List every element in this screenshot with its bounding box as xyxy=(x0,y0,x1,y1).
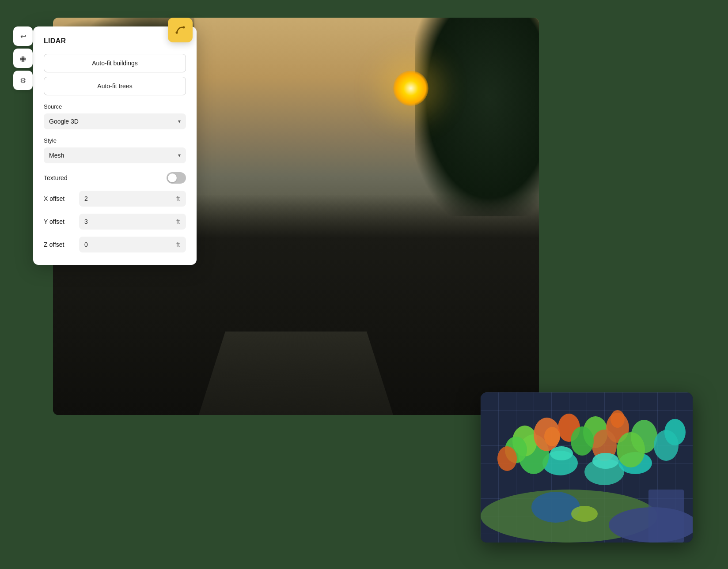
y-offset-label: Y offset xyxy=(44,218,79,225)
textured-toggle[interactable] xyxy=(167,172,186,184)
lidar-3d-panel xyxy=(481,392,693,543)
auto-fit-buildings-button[interactable]: Auto-fit buildings xyxy=(44,54,186,72)
curve-tool-button[interactable] xyxy=(168,18,193,42)
curve-icon xyxy=(174,24,186,36)
textured-row: Textured xyxy=(44,172,186,184)
style-select-wrapper: Mesh Solid Wireframe Points ▾ xyxy=(44,147,186,163)
svg-rect-2 xyxy=(648,490,684,543)
source-select[interactable]: Google 3D Custom Matterport xyxy=(44,113,186,129)
icon-toolbar: ↩ ◉ ⚙ xyxy=(13,26,33,90)
style-label: Style xyxy=(44,137,186,144)
svg-point-18 xyxy=(664,419,686,445)
settings-button[interactable]: ⚙ xyxy=(13,71,33,90)
undo-button[interactable]: ↩ xyxy=(13,26,33,46)
lidar-panel: LIDAR Auto-fit buildings Auto-fit trees … xyxy=(33,26,197,265)
svg-point-27 xyxy=(176,32,178,34)
x-offset-input-wrapper: ft xyxy=(79,191,186,207)
y-offset-input[interactable] xyxy=(79,214,173,230)
sun-glow xyxy=(393,71,428,106)
source-label: Source xyxy=(44,103,186,110)
svg-point-26 xyxy=(183,26,185,29)
lidar-3d-scene xyxy=(481,392,693,543)
source-select-wrapper: Google 3D Custom Matterport ▾ xyxy=(44,113,186,129)
z-offset-input[interactable] xyxy=(79,237,173,252)
svg-point-11 xyxy=(497,446,517,471)
svg-point-4 xyxy=(571,506,598,522)
y-offset-unit: ft xyxy=(173,214,186,230)
z-offset-input-wrapper: ft xyxy=(79,237,186,252)
lidar-visualization xyxy=(481,392,693,543)
svg-point-24 xyxy=(592,453,619,469)
radio-button[interactable]: ◉ xyxy=(13,49,33,68)
scene-road-surface xyxy=(199,332,393,415)
svg-point-19 xyxy=(617,432,645,467)
z-offset-unit: ft xyxy=(173,237,186,252)
y-offset-row: Y offset ft xyxy=(44,214,186,230)
x-offset-row: X offset ft xyxy=(44,191,186,207)
x-offset-input[interactable] xyxy=(79,191,173,207)
textured-label: Textured xyxy=(44,174,68,181)
auto-fit-trees-button[interactable]: Auto-fit trees xyxy=(44,77,186,95)
x-offset-unit: ft xyxy=(173,191,186,207)
style-select[interactable]: Mesh Solid Wireframe Points xyxy=(44,147,186,163)
svg-point-25 xyxy=(550,446,573,460)
svg-point-22 xyxy=(544,427,560,446)
z-offset-row: Z offset ft xyxy=(44,237,186,252)
svg-point-3 xyxy=(531,492,580,523)
y-offset-input-wrapper: ft xyxy=(79,214,186,230)
toggle-knob xyxy=(168,173,177,182)
scene-trees-right xyxy=(415,18,539,216)
z-offset-label: Z offset xyxy=(44,241,79,248)
panel-title: LIDAR xyxy=(44,37,186,45)
x-offset-label: X offset xyxy=(44,195,79,202)
svg-point-23 xyxy=(610,410,625,428)
svg-point-21 xyxy=(571,426,594,456)
